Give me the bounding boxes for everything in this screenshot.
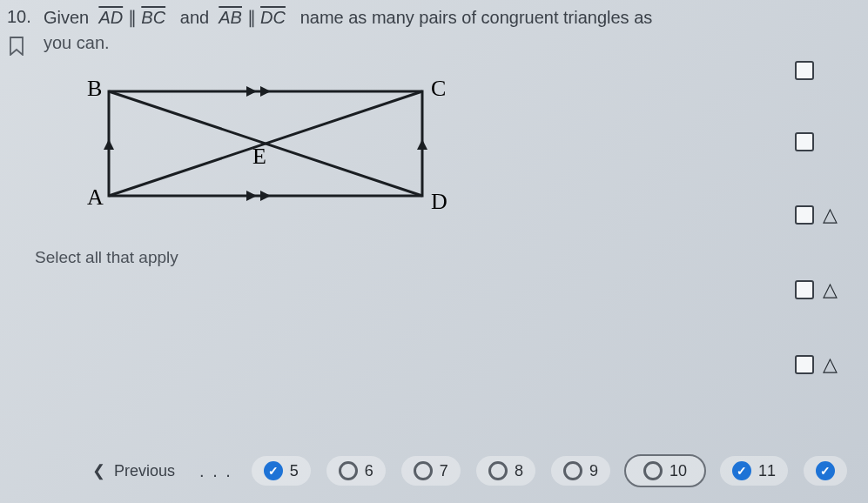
question-prompt-line1: Given AD ∥ BC and AB ∥ DC name as many p… [44, 7, 652, 28]
status-current-icon: ✓ [732, 461, 751, 480]
previous-label: Previous [114, 462, 175, 480]
page-number: 9 [589, 462, 598, 480]
prompt-and: and [180, 8, 209, 27]
page-list: ✓ 5 6 7 8 9 10 [252, 456, 847, 486]
vertex-A-label: A [87, 184, 104, 210]
triangle-icon: △ [823, 204, 838, 226]
page-next[interactable]: ✓ [804, 456, 847, 486]
page-number: 6 [365, 462, 373, 480]
svg-marker-3 [246, 86, 257, 97]
chevron-left-icon: ❮ [92, 461, 105, 480]
answer-option-4[interactable]: △ [795, 278, 856, 301]
question-page: 10. Given AD ∥ BC and AB ∥ DC name as ma… [0, 0, 868, 503]
checkbox-5[interactable] [795, 355, 814, 374]
status-done-icon: ✓ [264, 461, 283, 480]
page-5[interactable]: ✓ 5 [252, 456, 311, 486]
status-done-icon: ✓ [816, 461, 835, 480]
checkbox-1[interactable] [795, 61, 814, 80]
page-10[interactable]: 10 [626, 456, 704, 486]
segment-AD: AD [98, 8, 123, 27]
previous-button[interactable]: ❮ Previous [87, 454, 180, 487]
page-11[interactable]: ✓ 11 [720, 456, 788, 486]
svg-marker-5 [246, 191, 257, 201]
checkbox-2[interactable] [795, 132, 814, 151]
page-7[interactable]: 7 [401, 456, 461, 486]
page-number: 7 [440, 462, 448, 480]
parallel-symbol-2: ∥ [247, 8, 256, 27]
ellipsis-icon[interactable]: . . . [199, 461, 232, 481]
segment-AB: AB [219, 8, 242, 27]
status-empty-icon [563, 461, 582, 480]
prompt-given: Given [44, 8, 89, 27]
checkbox-4[interactable] [795, 280, 814, 299]
answer-option-2[interactable] [795, 132, 856, 151]
svg-marker-8 [417, 139, 427, 150]
answer-option-5[interactable]: △ [795, 353, 856, 376]
status-empty-icon [643, 461, 663, 480]
parallelogram-diagram: B C A D E [48, 65, 466, 231]
page-8[interactable]: 8 [476, 456, 535, 486]
answer-options: △ △ △ [795, 61, 856, 376]
vertex-D-label: D [431, 189, 447, 214]
vertex-B-label: B [87, 76, 102, 101]
parallel-symbol-1: ∥ [128, 8, 137, 27]
answer-option-1[interactable] [795, 61, 856, 80]
svg-marker-4 [260, 86, 271, 97]
page-number: 8 [515, 462, 523, 480]
question-prompt-line2: you can. [44, 33, 110, 53]
triangle-icon: △ [823, 353, 838, 376]
segment-BC: BC [141, 8, 165, 27]
vertex-C-label: C [431, 76, 446, 101]
page-9[interactable]: 9 [551, 456, 610, 486]
svg-marker-7 [104, 139, 114, 150]
status-empty-icon [339, 461, 358, 480]
checkbox-3[interactable] [795, 205, 814, 225]
status-empty-icon [488, 461, 508, 480]
triangle-icon: △ [823, 278, 838, 301]
page-number: 10 [670, 462, 687, 480]
prompt-suffix: name as many pairs of congruent triangle… [300, 8, 653, 27]
answer-option-3[interactable]: △ [795, 204, 856, 226]
page-number: 11 [758, 462, 776, 480]
page-6[interactable]: 6 [326, 456, 386, 486]
svg-marker-6 [260, 191, 271, 201]
vertex-E-label: E [252, 144, 266, 169]
bookmark-icon[interactable] [9, 37, 24, 56]
status-empty-icon [414, 461, 433, 480]
segment-DC: DC [260, 8, 286, 27]
pagination-bar: ❮ Previous . . . ✓ 5 6 7 8 9 [87, 449, 868, 493]
select-all-label: Select all that apply [35, 248, 178, 267]
page-number: 5 [290, 462, 299, 480]
question-number: 10. [7, 7, 31, 27]
